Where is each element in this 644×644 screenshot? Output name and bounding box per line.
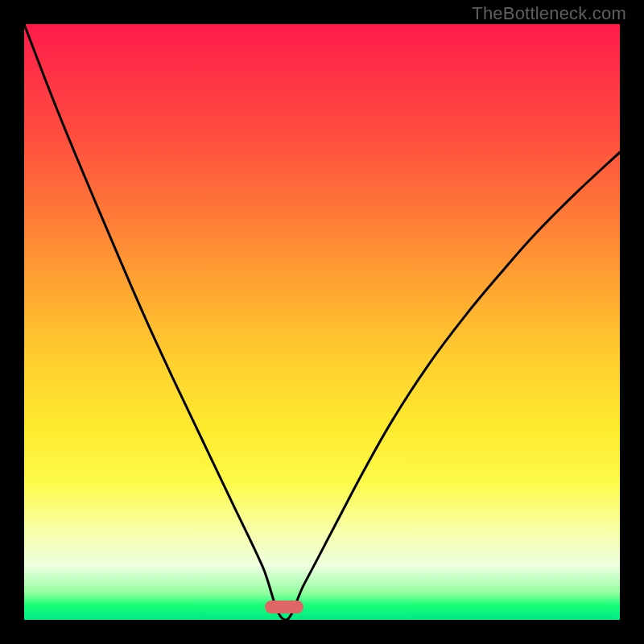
optimal-marker [265,601,303,613]
plot-area [24,24,620,620]
bottleneck-curve [24,24,620,620]
watermark-text: TheBottleneck.com [472,3,626,24]
chart-frame: TheBottleneck.com [0,0,644,644]
